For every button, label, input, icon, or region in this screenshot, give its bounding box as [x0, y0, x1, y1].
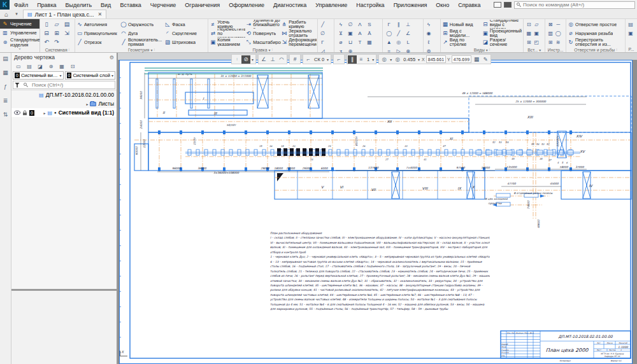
menu-item[interactable]: Вид	[96, 1, 115, 10]
tool-icon[interactable]: ∅	[345, 20, 355, 29]
eye-icon[interactable]	[14, 110, 20, 115]
menu-item[interactable]: Файл	[10, 1, 32, 10]
tool-icon[interactable]: ╱	[394, 29, 403, 38]
view-selector[interactable]: 0 Системный вид... ▾	[13, 71, 64, 80]
ribbon-button[interactable]: ▣Копия указанием	[210, 38, 245, 46]
tool-icon[interactable]: ▤	[62, 20, 72, 29]
tool-icon[interactable]: ⊻	[336, 29, 345, 38]
document-tab[interactable]: ▤ Лист 1 - План цеха.c... ✕	[23, 10, 106, 18]
tool-icon[interactable]: ∅	[319, 29, 327, 38]
panel-tool-icon[interactable]: ▦	[57, 64, 66, 69]
tool-icon[interactable]: ϟ	[336, 20, 345, 29]
chevron-down-icon[interactable]: ▾	[389, 57, 393, 62]
tool-icon[interactable]: ◯	[384, 29, 394, 38]
zoom-tool-icon[interactable]: ◎	[380, 55, 389, 64]
pen-style-icon[interactable]: ✎	[481, 55, 490, 64]
tool-icon[interactable]: ≋	[554, 38, 562, 46]
group-options-icon[interactable]: ⁞	[69, 48, 70, 52]
tree-item-system-view[interactable]: 0 ▸ ▤ ● Системный вид (1:1)	[11, 108, 117, 117]
ribbon-button[interactable]: ◠Дуга	[120, 29, 164, 38]
x-coordinate-value[interactable]: 845.661	[426, 55, 446, 63]
group-options-icon[interactable]: ⁞	[489, 48, 490, 52]
gear-icon[interactable]: ⚙	[110, 55, 114, 60]
menu-item[interactable]: Выделить	[61, 1, 97, 10]
menu-item[interactable]: Окно	[431, 1, 454, 10]
tool-icon[interactable]: ↷	[52, 38, 62, 46]
chevron-down-icon[interactable]: ▾	[539, 48, 541, 52]
tool-icon[interactable]: ◎	[394, 38, 403, 46]
panel-icon[interactable]: ▤	[3, 55, 8, 62]
ribbon-button[interactable]: ⤡Масштабиров...	[245, 38, 281, 46]
ortho-mode-icon[interactable]: ∥	[348, 55, 357, 64]
tool-icon[interactable]: ℓ	[425, 38, 433, 46]
chevron-down-icon[interactable]: ▾	[250, 57, 255, 62]
tool-icon[interactable]: ▦	[364, 38, 374, 46]
tool-icon[interactable]: ⊠	[547, 20, 554, 29]
menu-item[interactable]: Черчение	[146, 1, 181, 10]
ribbon-button[interactable]: ↻Перестроить отверстия и из...	[568, 38, 625, 46]
tool-icon[interactable]: ▥	[547, 29, 554, 38]
ribbon-button[interactable]: ⌀Наружная резьба	[568, 29, 625, 38]
ribbon-button[interactable]: ⋔Разбить кривую	[281, 20, 317, 29]
tree-item-sheets[interactable]: ▸ Листы	[11, 99, 117, 108]
tool-icon[interactable]: ⊥	[403, 20, 413, 29]
tool-icon[interactable]: T	[355, 38, 364, 46]
tool-icon[interactable]: ⊟	[41, 29, 52, 38]
tool-icon[interactable]: ϟ	[425, 20, 433, 29]
tool-icon[interactable]: ▲	[384, 38, 394, 46]
menu-item[interactable]: Оформление	[224, 1, 269, 10]
chevron-down-icon[interactable]: ▾	[269, 48, 271, 52]
lock-icon[interactable]	[22, 110, 27, 116]
tool-icon[interactable]: L	[403, 38, 413, 46]
app-logo-icon[interactable]: K	[0, 0, 10, 10]
tool-icon[interactable]: ◉	[425, 29, 433, 38]
panel-icon[interactable]: ≣	[3, 97, 8, 104]
panel-tool-icon[interactable]: ▤	[25, 64, 34, 69]
home-button[interactable]: ⌂	[0, 10, 13, 18]
ribbon-tab-management[interactable]: ▥ Управление	[0, 29, 39, 38]
ribbon-button[interactable]: ◺Фаска	[164, 20, 208, 29]
ribbon-button[interactable]: ▭Прямоугольник	[76, 29, 120, 38]
display-settings-icon[interactable]	[504, 2, 512, 8]
group-options-icon[interactable]: ⁞	[272, 48, 273, 52]
style-palette-icon[interactable]: ▦	[472, 55, 481, 64]
ribbon-collapse-icon[interactable]: ˅	[0, 47, 39, 52]
tool-icon[interactable]: ∠	[403, 29, 413, 38]
chevron-down-icon[interactable]: ▾	[326, 57, 330, 62]
panel-tool-icon[interactable]: ▭	[14, 64, 23, 69]
panel-tool-icon[interactable]: ⊡	[68, 64, 77, 69]
ribbon-button[interactable]: ╱Отрезок	[76, 38, 120, 46]
tool-icon[interactable]: ⊞	[525, 38, 533, 46]
chevron-down-icon[interactable]: ▾	[150, 48, 152, 52]
menu-item[interactable]: Приложения	[389, 1, 432, 10]
tool-icon[interactable]: S	[364, 20, 374, 29]
ribbon-button[interactable]: ≠Усечь кривую	[210, 20, 245, 29]
group-options-icon[interactable]: ⁞	[616, 48, 617, 52]
tool-icon[interactable]: ▤	[627, 20, 634, 29]
panel-tool-icon[interactable]: ⊛	[47, 64, 55, 69]
tool-icon[interactable]: ⌀	[336, 38, 345, 46]
ribbon-button[interactable]: ⇲Деформация перемещением	[281, 38, 317, 46]
tool-icon[interactable]: ▣	[627, 29, 634, 38]
tool-icon[interactable]: ⊔	[345, 38, 355, 46]
ribbon-button[interactable]: ▦Новый вид	[442, 20, 482, 29]
ribbon-button[interactable]: ◎Отверстие простое	[568, 20, 625, 29]
ribbon-button[interactable]: ▨Штриховка	[164, 38, 208, 46]
tool-icon[interactable]: ↶	[41, 38, 52, 46]
tool-icon[interactable]: ▯	[41, 20, 52, 29]
chevron-down-icon[interactable]: ▾	[417, 57, 421, 62]
ribbon-tab-drawing[interactable]: ✎ Черчение	[0, 19, 39, 29]
ribbon-button[interactable]: ⇥Удлинить до ближайшего о...	[245, 20, 281, 29]
drawing-sheet[interactable]: ж.-д. путь31 × 12000 = 37200049 × 12000 …	[119, 60, 633, 364]
layer-selector[interactable]: 0 Системный слой ▾	[65, 71, 116, 80]
expand-caret-icon[interactable]: ▸	[86, 102, 88, 106]
tool-icon[interactable]: ⊞	[547, 38, 554, 46]
panel-icon[interactable]: ▦	[3, 69, 8, 76]
filter-icon[interactable]	[15, 83, 20, 88]
panel-icon[interactable]: ⇅	[3, 111, 8, 118]
tool-icon[interactable]: ⊞	[52, 29, 62, 38]
tool-icon[interactable]: Γ	[319, 38, 327, 46]
ribbon-button[interactable]: ▣Проекционный вид	[482, 29, 522, 38]
command-search[interactable]	[514, 1, 635, 9]
command-search-input[interactable]	[523, 2, 634, 8]
